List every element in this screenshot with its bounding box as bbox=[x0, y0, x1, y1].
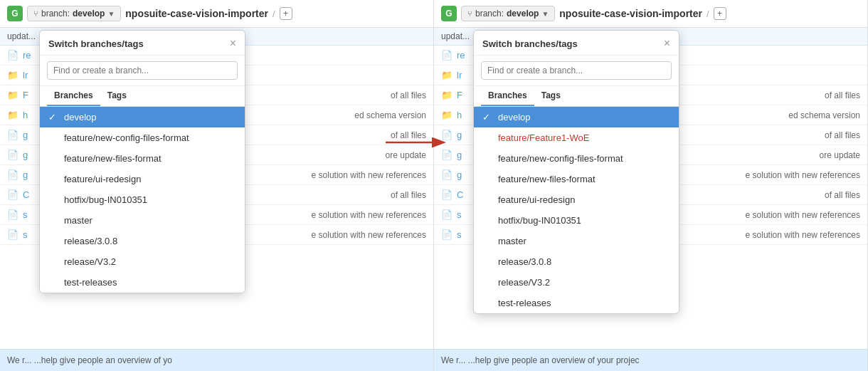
right-update-text: updat... bbox=[441, 31, 470, 41]
file-commit: of all files bbox=[825, 130, 860, 140]
file-commit: e solution with new references bbox=[312, 210, 426, 220]
folder-icon: 📁 bbox=[441, 90, 452, 100]
right-branch-list: ✓ develop feature/Feature1-WoE feature/n… bbox=[474, 107, 679, 313]
right-bottom-text: We r... bbox=[441, 355, 465, 365]
list-item[interactable]: ✓ develop bbox=[474, 107, 679, 127]
left-tab-branches[interactable]: Branches bbox=[47, 86, 100, 106]
file-commit: e solution with new references bbox=[746, 230, 860, 240]
list-item[interactable]: hotfix/bug-IN010351 bbox=[474, 210, 679, 231]
left-branch-button[interactable]: ⑂ branch: develop ▼ bbox=[27, 6, 121, 21]
branch-item-name: feature/Feature1-WoE bbox=[498, 132, 670, 143]
left-git-icon: G bbox=[7, 6, 23, 21]
right-branch-dropdown: Switch branches/tags × Branches Tags ✓ d… bbox=[473, 30, 679, 314]
right-repo-name: nposuite-case-vision-importer bbox=[559, 8, 702, 19]
right-header: G ⑂ branch: develop ▼ nposuite-case-visi… bbox=[434, 0, 867, 28]
branch-item-name: test-releases bbox=[64, 277, 236, 288]
list-item[interactable]: release/V3.2 bbox=[40, 251, 245, 272]
list-item[interactable]: feature/new-files-format bbox=[40, 148, 245, 169]
list-item[interactable]: feature/ui-redesign bbox=[474, 189, 679, 210]
file-commit: e solution with new references bbox=[312, 230, 426, 240]
right-dropdown-close[interactable]: × bbox=[664, 38, 670, 49]
folder-icon: 📁 bbox=[7, 110, 18, 120]
right-dropdown-title: Switch branches/tags bbox=[482, 38, 578, 49]
file-icon: 📄 bbox=[441, 189, 452, 200]
file-commit: of all files bbox=[391, 90, 426, 100]
right-bottom-help: ...help give people an overview of your … bbox=[468, 355, 640, 365]
left-dropdown-header: Switch branches/tags × bbox=[40, 31, 245, 56]
list-item[interactable]: feature/new-config-files-format bbox=[40, 127, 245, 148]
branch-item-name: feature/new-config-files-format bbox=[498, 153, 670, 164]
branch-item-name: feature/ui-redesign bbox=[64, 174, 236, 184]
branch-item-name: feature/new-config-files-format bbox=[64, 132, 236, 143]
list-item[interactable]: release/3.0.8 bbox=[40, 231, 245, 251]
file-commit: of all files bbox=[825, 190, 860, 200]
right-dropdown-tabs: Branches Tags bbox=[474, 86, 679, 107]
right-repo-slash: / bbox=[706, 9, 709, 19]
list-item[interactable]: test-releases bbox=[474, 293, 679, 313]
right-caret-icon: ▼ bbox=[541, 10, 549, 18]
branch-item-name: feature/ui-redesign bbox=[498, 194, 670, 205]
left-branch-label: branch: bbox=[41, 9, 70, 19]
file-icon: 📄 bbox=[7, 130, 18, 140]
left-search-input[interactable] bbox=[47, 61, 238, 80]
file-icon: 📄 bbox=[441, 209, 452, 220]
branch-item-name: release/3.0.8 bbox=[64, 236, 236, 246]
left-branch-list: ✓ develop feature/new-config-files-forma… bbox=[40, 107, 245, 293]
folder-icon: 📁 bbox=[7, 90, 18, 100]
list-item[interactable]: master bbox=[474, 231, 679, 251]
list-item[interactable]: release/3.0.8 bbox=[474, 251, 679, 272]
left-repo-name: nposuite-case-vision-importer bbox=[125, 8, 268, 19]
file-commit: e solution with new references bbox=[312, 170, 426, 180]
branch-item-name: release/V3.2 bbox=[498, 277, 670, 288]
left-header: G ⑂ branch: develop ▼ nposuite-case-visi… bbox=[0, 0, 433, 28]
left-dropdown-close[interactable]: × bbox=[230, 38, 236, 49]
list-item[interactable]: release/V3.2 bbox=[474, 272, 679, 293]
right-branch-label: branch: bbox=[475, 9, 504, 19]
list-item[interactable]: feature/new-files-format bbox=[474, 169, 679, 189]
file-icon: 📄 bbox=[441, 130, 452, 140]
file-icon: 📄 bbox=[441, 169, 452, 180]
file-commit: of all files bbox=[825, 90, 860, 100]
file-commit: ore update bbox=[820, 150, 860, 160]
file-icon: 📄 bbox=[7, 189, 18, 200]
left-bottom-help: ...help give people an overview of yo bbox=[34, 355, 172, 365]
folder-icon: 📁 bbox=[441, 110, 452, 120]
list-item[interactable]: test-releases bbox=[40, 272, 245, 293]
right-branch-name: develop bbox=[507, 9, 539, 19]
branch-item-name: test-releases bbox=[498, 298, 670, 308]
right-panel: G ⑂ branch: develop ▼ nposuite-case-visi… bbox=[434, 0, 868, 371]
left-update-text: updat... bbox=[7, 31, 36, 41]
list-item[interactable]: feature/new-config-files-format bbox=[474, 148, 679, 169]
file-icon: 📄 bbox=[441, 50, 452, 61]
right-git-icon: G bbox=[441, 6, 457, 21]
right-branch-button[interactable]: ⑂ branch: develop ▼ bbox=[461, 6, 555, 21]
left-branch-icon: ⑂ bbox=[33, 9, 38, 18]
branch-item-name: hotfix/bug-IN010351 bbox=[64, 194, 236, 205]
left-bottom-text: We r... bbox=[7, 355, 31, 365]
folder-icon: 📁 bbox=[7, 70, 18, 80]
list-item[interactable]: ✓ develop bbox=[40, 107, 245, 127]
list-item[interactable]: master bbox=[40, 210, 245, 231]
right-dropdown-header: Switch branches/tags × bbox=[474, 31, 679, 56]
list-item[interactable]: feature/Feature1-WoE bbox=[474, 127, 679, 148]
right-tab-branches[interactable]: Branches bbox=[481, 86, 534, 106]
left-dropdown-title: Switch branches/tags bbox=[48, 38, 144, 49]
branch-item-name: release/V3.2 bbox=[64, 256, 236, 267]
right-search-input[interactable] bbox=[481, 61, 672, 80]
left-bottom-bar: We r... ...help give people an overview … bbox=[0, 349, 433, 371]
right-tab-tags[interactable]: Tags bbox=[534, 86, 568, 106]
file-icon: 📄 bbox=[7, 209, 18, 220]
list-item[interactable]: hotfix/bug-IN010351 bbox=[40, 189, 245, 210]
right-repo-plus[interactable]: + bbox=[714, 7, 726, 20]
left-repo-plus[interactable]: + bbox=[280, 7, 292, 20]
list-item[interactable]: feature/ui-redesign bbox=[40, 169, 245, 189]
branch-item-name: feature/new-files-format bbox=[498, 174, 670, 184]
file-commit: e solution with new references bbox=[746, 170, 860, 180]
left-branch-dropdown: Switch branches/tags × Branches Tags ✓ d… bbox=[39, 30, 245, 293]
file-icon: 📄 bbox=[7, 50, 18, 61]
branch-item-name: master bbox=[64, 215, 236, 226]
left-tab-tags[interactable]: Tags bbox=[100, 86, 134, 106]
left-dropdown-search bbox=[40, 56, 245, 86]
file-commit: ed schema version bbox=[354, 110, 426, 120]
left-panel: G ⑂ branch: develop ▼ nposuite-case-visi… bbox=[0, 0, 434, 371]
